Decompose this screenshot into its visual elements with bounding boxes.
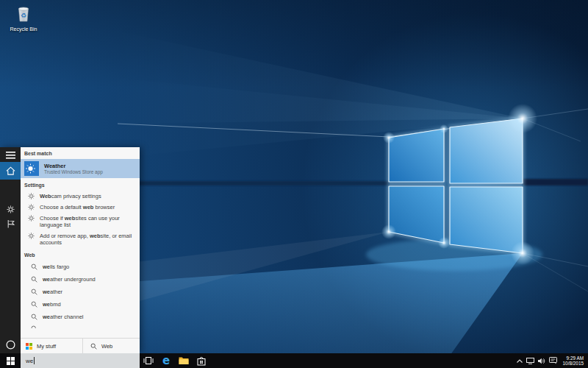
gear-icon: [7, 205, 15, 213]
start-button[interactable]: [0, 353, 21, 368]
task-view-button[interactable]: [140, 353, 157, 368]
search-icon: [90, 343, 97, 350]
search-icon: [31, 314, 37, 320]
action-center-button[interactable]: [549, 357, 557, 364]
search-rail: [0, 147, 21, 353]
my-stuff-label: My stuff: [37, 343, 56, 350]
system-tray: 9:29 AM 10/8/2015: [517, 355, 588, 367]
my-stuff-button[interactable]: My stuff: [21, 339, 83, 353]
search-icon: [31, 289, 37, 295]
file-explorer-button[interactable]: [175, 353, 193, 368]
search-results: Best match Weather Trusted Windows Store…: [21, 147, 140, 353]
web-suggestion-item[interactable]: wells fargo: [21, 261, 140, 273]
windows-color-logo-icon: [26, 343, 32, 350]
taskbar-search-input[interactable]: we: [21, 353, 140, 368]
settings-result-list: Webcam privacy settings Choose a default…: [21, 191, 140, 248]
rail-home-button[interactable]: [0, 162, 21, 180]
best-match-subtitle: Trusted Windows Store app: [44, 169, 103, 175]
recycle-bin-shortcut[interactable]: ♻ Recycle Bin: [6, 4, 41, 32]
windows-desktop: ♻ Recycle Bin: [0, 0, 588, 368]
clock-date: 10/8/2015: [563, 361, 584, 367]
gear-icon: [28, 215, 35, 222]
web-search-button[interactable]: Web: [83, 339, 140, 353]
network-status-button[interactable]: [526, 358, 534, 364]
search-icon: [31, 276, 37, 283]
web-suggestion-item[interactable]: weather underground: [21, 273, 140, 286]
gear-icon: [28, 233, 35, 239]
web-suggestion-item[interactable]: webmd: [21, 298, 140, 311]
web-suggestion-item[interactable]: weather: [21, 286, 140, 298]
svg-text:♻: ♻: [21, 12, 26, 19]
search-icon: [31, 263, 37, 270]
settings-header: Settings: [21, 178, 140, 191]
taskbar-clock[interactable]: 9:29 AM 10/8/2015: [561, 355, 586, 367]
settings-result-item[interactable]: Webcam privacy settings: [21, 191, 140, 202]
search-icon: [31, 325, 37, 328]
settings-result-item[interactable]: Choose if websites can use your language…: [21, 213, 140, 230]
show-hidden-icons-button[interactable]: [517, 359, 523, 363]
action-center-icon: [549, 357, 557, 364]
rail-feedback-button[interactable]: [0, 218, 21, 230]
web-suggestion-item[interactable]: weather channel: [21, 311, 140, 323]
hamburger-menu-button[interactable]: [0, 150, 21, 160]
rail-cortana-button[interactable]: [0, 339, 21, 350]
speaker-icon: [538, 358, 545, 364]
search-icon: [31, 301, 37, 308]
settings-result-text: Choose if websites can use your language…: [40, 215, 134, 228]
gear-icon: [28, 193, 35, 199]
volume-button[interactable]: [538, 358, 545, 364]
network-icon: [526, 358, 534, 364]
web-suggestion-text: weather underground: [43, 276, 96, 283]
chevron-up-icon: [517, 359, 523, 363]
search-footer: My stuff Web: [21, 338, 140, 353]
settings-result-text: Choose a default web browser: [40, 204, 115, 210]
store-button[interactable]: [193, 353, 210, 368]
recycle-bin-icon: ♻: [14, 4, 33, 23]
best-match-header: Best match: [21, 147, 140, 159]
search-flyout: Best match Weather Trusted Windows Store…: [0, 147, 140, 353]
edge-icon: e: [162, 355, 170, 367]
search-input-value: we: [26, 358, 33, 364]
settings-result-item[interactable]: Choose a default web browser: [21, 202, 140, 213]
edge-browser-button[interactable]: e: [157, 353, 175, 368]
best-match-title: Weather: [44, 163, 103, 169]
weather-app-icon: [24, 161, 39, 176]
web-suggestion-text: weather: [43, 289, 62, 295]
text-cursor: [34, 357, 35, 364]
rail-settings-button[interactable]: [0, 203, 21, 215]
web-suggestion-partial[interactable]: [21, 323, 140, 328]
web-header: Web: [21, 248, 140, 261]
best-match-result-weather[interactable]: Weather Trusted Windows Store app: [21, 159, 140, 178]
web-suggestion-text: webmd: [43, 301, 61, 308]
taskbar: we e: [0, 353, 588, 368]
feedback-flag-icon: [7, 219, 15, 228]
cortana-circle-icon: [6, 340, 15, 350]
web-suggestion-text: weather channel: [43, 314, 83, 320]
settings-result-text: Add or remove app, website, or email acc…: [40, 233, 134, 246]
settings-result-text: Webcam privacy settings: [40, 193, 101, 199]
task-view-icon: [143, 356, 154, 365]
web-button-label: Web: [101, 343, 112, 350]
file-explorer-icon: [179, 356, 189, 365]
menu-icon: [6, 152, 15, 159]
gear-icon: [28, 204, 35, 210]
start-icon: [7, 357, 15, 365]
web-suggestion-list: wells fargo weather underground weather: [21, 261, 140, 323]
settings-result-item[interactable]: Add or remove app, website, or email acc…: [21, 230, 140, 248]
recycle-bin-label: Recycle Bin: [6, 26, 41, 32]
web-suggestion-text: wells fargo: [43, 263, 69, 270]
store-icon: [197, 356, 206, 366]
clock-time: 9:29 AM: [563, 355, 584, 361]
home-icon: [6, 166, 15, 175]
